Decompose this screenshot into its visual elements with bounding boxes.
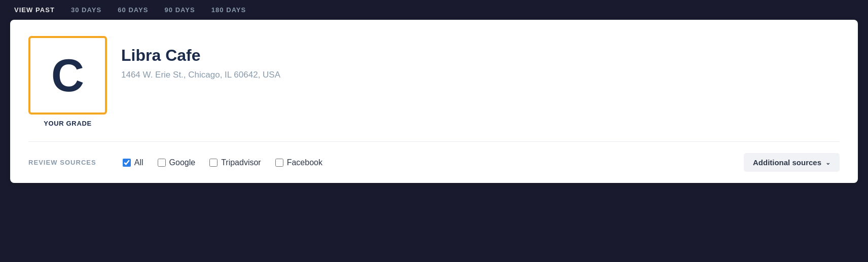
review-sources-bar: REVIEW SOURCES All Google Tripadvisor Fa… [28, 141, 840, 183]
checkbox-facebook-label: Facebook [287, 158, 322, 167]
checkbox-all-label: All [134, 158, 143, 167]
main-card: C YOUR GRADE Libra Cafe 1464 W. Erie St.… [10, 20, 858, 183]
grade-letter: C [51, 53, 84, 98]
additional-sources-button[interactable]: Additional sources ⌄ [744, 153, 840, 172]
business-address: 1464 W. Erie St., Chicago, IL 60642, USA [121, 70, 280, 80]
your-grade-label: YOUR GRADE [44, 120, 92, 127]
checkbox-all-input[interactable] [123, 159, 131, 167]
additional-sources-label: Additional sources [753, 158, 821, 167]
top-bar: VIEW PAST 30 DAYS 60 DAYS 90 DAYS 180 DA… [0, 0, 868, 20]
checkbox-google-input[interactable] [158, 159, 166, 167]
days-30-button[interactable]: 30 DAYS [71, 6, 101, 14]
days-180-button[interactable]: 180 DAYS [211, 6, 246, 14]
checkbox-google-label: Google [169, 158, 196, 167]
grade-box: C [28, 36, 107, 115]
business-info-section: C YOUR GRADE Libra Cafe 1464 W. Erie St.… [28, 36, 840, 141]
checkbox-tripadvisor-label: Tripadvisor [221, 158, 261, 167]
checkbox-facebook[interactable]: Facebook [275, 158, 322, 167]
days-60-button[interactable]: 60 DAYS [118, 6, 148, 14]
view-past-label: VIEW PAST [14, 6, 55, 14]
chevron-down-icon: ⌄ [825, 159, 830, 166]
checkbox-tripadvisor-input[interactable] [209, 159, 218, 167]
grade-section: C YOUR GRADE [28, 36, 107, 127]
checkbox-google[interactable]: Google [158, 158, 196, 167]
days-90-button[interactable]: 90 DAYS [164, 6, 195, 14]
checkbox-tripadvisor[interactable]: Tripadvisor [209, 158, 261, 167]
business-name: Libra Cafe [121, 46, 280, 65]
checkbox-facebook-input[interactable] [275, 159, 283, 167]
review-sources-label: REVIEW SOURCES [28, 159, 96, 166]
checkbox-all[interactable]: All [123, 158, 143, 167]
business-details: Libra Cafe 1464 W. Erie St., Chicago, IL… [121, 36, 280, 80]
checkbox-group: All Google Tripadvisor Facebook [123, 158, 728, 167]
